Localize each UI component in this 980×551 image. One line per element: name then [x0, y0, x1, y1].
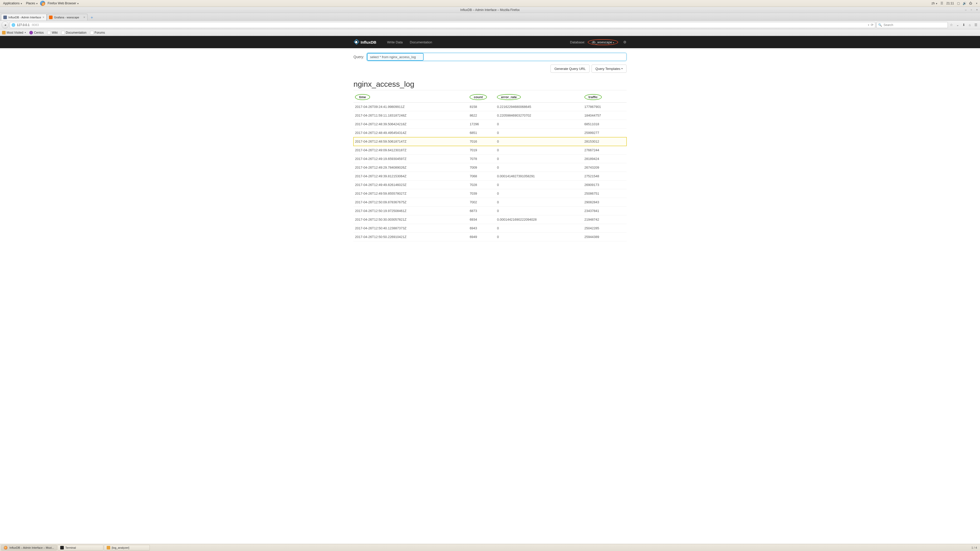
table-cell: 25086751: [583, 189, 627, 198]
table-cell: 25944389: [583, 233, 627, 241]
table-cell: 7016: [468, 137, 495, 146]
reload-icon[interactable]: ⟳: [871, 23, 873, 27]
new-tab-button[interactable]: +: [89, 15, 95, 21]
bookmark-icon: [61, 31, 65, 35]
table-row[interactable]: 2017-04-26T12:48:59.506187147Z7016028153…: [353, 137, 627, 146]
bookmark-item[interactable]: Documentation: [61, 31, 86, 35]
table-cell: 28189424: [583, 155, 627, 163]
display-icon[interactable]: ▢: [956, 2, 960, 5]
back-button[interactable]: ◂: [2, 21, 9, 29]
table-row[interactable]: 2017-04-26T12:49:09.641230187Z7019027667…: [353, 146, 627, 155]
database-label: Database:: [570, 40, 585, 44]
table-cell: 68511018: [583, 120, 627, 129]
table-row[interactable]: 2017-04-26T12:50:09.878367675Z7002029082…: [353, 198, 627, 206]
table-cell: 8622: [468, 111, 495, 120]
tab-title: Grafana - wsescape: [54, 16, 79, 19]
hamburger-menu-icon[interactable]: ☰: [974, 22, 978, 27]
bookmark-item[interactable]: Wiki: [47, 31, 58, 35]
tab-close-icon[interactable]: ×: [43, 16, 45, 19]
clock[interactable]: 21:11: [946, 2, 954, 5]
table-row[interactable]: 2017-04-26T12:50:50.226910421Z6949025944…: [353, 233, 627, 241]
table-cell: 6934: [468, 215, 495, 224]
table-cell: 23437841: [583, 206, 627, 215]
table-cell: 0: [495, 120, 583, 129]
table-row[interactable]: 2017-04-26T12:49:39.812153064Z70680.0001…: [353, 172, 627, 181]
table-cell: 0: [495, 137, 583, 146]
bookmark-item[interactable]: Most Visited▾: [2, 31, 26, 35]
table-cell: 8158: [468, 103, 495, 111]
bookmark-item[interactable]: Centos: [29, 31, 44, 35]
downloads-icon[interactable]: ⬇: [961, 22, 966, 27]
tab-title: InfluxDB - Admin Interface: [8, 16, 41, 19]
browser-tab[interactable]: Grafana - wsescape×: [47, 14, 88, 21]
pocket-icon[interactable]: ⌄: [955, 22, 960, 27]
table-row[interactable]: 2017-04-26T12:50:40.123887373Z6943025042…: [353, 224, 627, 233]
bookmark-label: Most Visited: [6, 31, 23, 35]
table-row[interactable]: 2017-04-26T12:48:39.506424218Z1729606851…: [353, 120, 627, 129]
influxdb-logo[interactable]: InfluxDB: [353, 39, 376, 45]
bookmark-label: Documentation: [66, 31, 86, 35]
column-header-count: count: [468, 92, 495, 103]
table-cell: 177867901: [583, 103, 627, 111]
column-header-time: time: [353, 92, 468, 103]
applications-menu[interactable]: Applications▼: [2, 1, 24, 6]
nav-documentation[interactable]: Documentation: [406, 40, 436, 44]
table-row[interactable]: 2017-04-26T12:49:49.826146023Z7028026909…: [353, 181, 627, 189]
bookmark-icon: [29, 31, 33, 35]
database-select[interactable]: db_wsescape ▾: [588, 40, 618, 44]
active-app-menu[interactable]: Firefox Web Browser▼: [46, 1, 81, 6]
search-bar[interactable]: 🔍 Search: [877, 22, 948, 28]
url-bar[interactable]: 🌐 127.0.0.1:8083 ▾ ⟳: [10, 22, 875, 28]
window-maximize-button[interactable]: ▫: [969, 8, 974, 12]
table-cell: 0: [495, 198, 583, 206]
query-input[interactable]: [367, 53, 627, 61]
table-row[interactable]: 2017-04-26T11:59:11.183187248Z86220.2205…: [353, 111, 627, 120]
table-cell: 0: [495, 233, 583, 241]
column-header-error_rate: error_rate: [495, 92, 583, 103]
table-cell: 2017-04-26T12:49:49.826146023Z: [353, 181, 468, 189]
table-cell: 6943: [468, 224, 495, 233]
table-cell: 0: [495, 189, 583, 198]
table-cell: 25999277: [583, 129, 627, 137]
query-templates-button[interactable]: Query Templates▾: [592, 65, 627, 73]
table-row[interactable]: 2017-04-26T12:49:19.659304597Z7078028189…: [353, 155, 627, 163]
dropdown-history-icon[interactable]: ▾: [868, 24, 869, 26]
window-minimize-button[interactable]: –: [964, 8, 968, 12]
table-row[interactable]: 2017-04-26T12:49:29.784089026Z7009026743…: [353, 163, 627, 172]
volume-icon[interactable]: 🔊: [963, 2, 966, 5]
table-row[interactable]: 2017-04-26T12:50:30.003057821Z69340.0001…: [353, 215, 627, 224]
generate-query-url-button[interactable]: Generate Query URL: [550, 65, 590, 73]
window-close-button[interactable]: ×: [975, 8, 979, 12]
network-icon[interactable]: ☰: [940, 2, 944, 5]
table-cell: 2017-04-26T12:49:19.659304597Z: [353, 155, 468, 163]
table-row[interactable]: 2017-04-26T12:49:59.855578027Z7039025086…: [353, 189, 627, 198]
tab-close-icon[interactable]: ×: [83, 16, 85, 19]
firefox-icon: [40, 1, 45, 6]
nav-write-data[interactable]: Write Data: [383, 40, 406, 44]
bookmark-item[interactable]: Forums: [90, 31, 105, 35]
table-row[interactable]: 2017-04-26T09:24:41.99809911Z81580.22162…: [353, 103, 627, 111]
settings-gear-icon[interactable]: ⚙: [623, 40, 627, 44]
browser-tab[interactable]: InfluxDB - Admin Interface×: [1, 14, 47, 21]
influx-navbar: InfluxDB Write Data Documentation Databa…: [0, 36, 980, 48]
column-header-traffic: traffic: [583, 92, 627, 103]
gnome-top-bar: Applications▼ Places▼ Firefox Web Browse…: [0, 0, 980, 7]
table-row[interactable]: 2017-04-26T12:48:49.495454314Z6851025999…: [353, 129, 627, 137]
ime-indicator[interactable]: zh ▼: [932, 2, 938, 5]
table-cell: 2017-04-26T12:49:39.812153064Z: [353, 172, 468, 181]
table-cell: 29082843: [583, 198, 627, 206]
user-menu-caret[interactable]: ▼: [975, 2, 978, 5]
places-menu[interactable]: Places▼: [24, 1, 40, 6]
table-cell: 0: [495, 155, 583, 163]
table-row[interactable]: 2017-04-26T12:50:19.972508461Z6873023437…: [353, 206, 627, 215]
table-cell: 2017-04-26T12:48:49.495454314Z: [353, 129, 468, 137]
table-cell: 0.22059846903270702: [495, 111, 583, 120]
home-icon[interactable]: ⌂: [967, 22, 972, 27]
table-cell: 27521548: [583, 172, 627, 181]
firefox-tab-bar: InfluxDB - Admin Interface×Grafana - wse…: [0, 13, 980, 21]
table-cell: 6949: [468, 233, 495, 241]
bookmark-star-icon[interactable]: ☆: [949, 22, 954, 27]
power-icon[interactable]: ⏻: [969, 2, 972, 5]
table-cell: 2017-04-26T12:49:09.641230187Z: [353, 146, 468, 155]
table-cell: 7078: [468, 155, 495, 163]
